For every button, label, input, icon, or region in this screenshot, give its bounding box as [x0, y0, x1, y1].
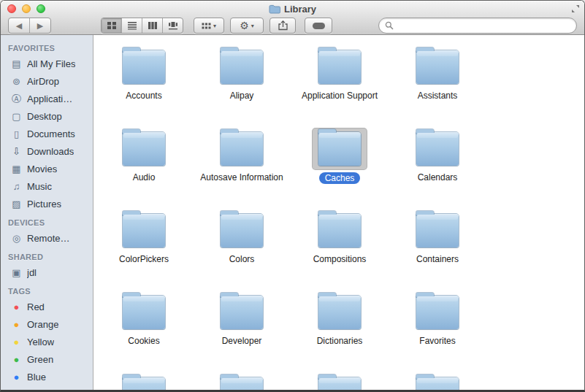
folder-calendars[interactable]: Calendars — [389, 118, 486, 200]
folder-icon-box — [117, 128, 171, 169]
folder-label-wrap: Accounts — [126, 91, 161, 101]
sidebar-item-red[interactable]: ●Red — [1, 298, 93, 315]
airdrop-icon: ⊚ — [10, 77, 23, 86]
tag-red-icon: ● — [10, 302, 23, 312]
folder-partial[interactable] — [193, 364, 291, 390]
folder-icon — [318, 132, 361, 166]
folder-partial[interactable] — [291, 364, 389, 390]
folder-containers[interactable]: Containers — [389, 200, 486, 282]
folder-cookies[interactable]: Cookies — [95, 282, 193, 364]
sidebar-item-label: Documents — [27, 128, 75, 139]
view-mode-control — [101, 18, 183, 34]
folder-icon — [416, 132, 459, 166]
documents-icon: ▯ — [10, 129, 23, 139]
arrange-icon — [202, 23, 211, 29]
folder-icon-box — [313, 292, 367, 333]
sidebar-item-documents[interactable]: ▯Documents — [1, 125, 93, 142]
folder-accounts[interactable]: Accounts — [95, 36, 193, 118]
sidebar-item-airdrop[interactable]: ⊚AirDrop — [1, 72, 93, 90]
share-button[interactable] — [269, 18, 296, 34]
folder-icon — [318, 296, 361, 329]
folder-alipay[interactable]: Alipay — [193, 36, 291, 118]
folder-icon-box — [117, 292, 171, 333]
chevron-down-icon: ▾ — [251, 23, 254, 29]
folder-icon-box — [215, 292, 269, 333]
list-view-button[interactable] — [121, 18, 142, 33]
folder-dictionaries[interactable]: Dictionaries — [291, 282, 389, 364]
folder-icon-box — [215, 128, 269, 169]
folder-icon-box — [117, 210, 171, 251]
sidebar-item-music[interactable]: ♫Music — [1, 177, 93, 195]
folder-label-wrap: Favorites — [419, 336, 455, 346]
folder-caches[interactable]: Caches — [291, 118, 389, 200]
folder-label: Alipay — [230, 91, 254, 101]
sidebar-item-label: jdl — [27, 267, 37, 278]
file-grid: AccountsAlipayApplication SupportAssista… — [93, 35, 584, 390]
folder-icon-box — [215, 47, 269, 88]
folder-proxy-icon[interactable] — [269, 4, 280, 14]
chevron-down-icon: ▾ — [213, 23, 216, 29]
zoom-button[interactable] — [37, 4, 45, 13]
folder-developer[interactable]: Developer — [193, 282, 291, 364]
sidebar-item-orange[interactable]: ●Orange — [1, 315, 93, 333]
sidebar-item-applicati[interactable]: ⒶApplicati… — [1, 90, 93, 107]
sidebar-item-label: Applicati… — [27, 93, 72, 104]
folder-label-wrap: Colors — [229, 254, 255, 264]
sidebar-item-all-my-files[interactable]: ▤All My Files — [1, 55, 93, 72]
sidebar-item-yellow[interactable]: ●Yellow — [1, 333, 93, 350]
folder-icon — [318, 214, 361, 247]
back-button[interactable]: ◀ — [9, 18, 29, 33]
sidebar-item-label: Red — [27, 301, 45, 312]
folder-label-wrap: Calendars — [418, 172, 458, 182]
folder-application-support[interactable]: Application Support — [291, 36, 389, 118]
folder-partial[interactable] — [95, 364, 193, 390]
folder-partial[interactable] — [389, 364, 486, 390]
folder-icon — [416, 50, 459, 84]
titlebar[interactable]: Library — [1, 1, 584, 17]
folder-icon-box — [410, 128, 464, 169]
folder-compositions[interactable]: Compositions — [291, 200, 389, 282]
close-button[interactable] — [7, 4, 16, 13]
minimize-button[interactable] — [22, 4, 31, 13]
icon-view-button[interactable] — [102, 18, 121, 33]
search-field[interactable] — [378, 18, 577, 34]
forward-button[interactable]: ▶ — [29, 18, 50, 33]
coverflow-view-button[interactable] — [162, 18, 183, 33]
action-button[interactable]: ⚙ ▾ — [230, 18, 264, 34]
sidebar-section-devices: DEVICES — [1, 212, 93, 229]
coverflow-view-icon — [168, 21, 178, 30]
folder-icon — [123, 132, 165, 166]
sidebar-item-jdl[interactable]: ▣jdl — [1, 264, 93, 281]
sidebar: FAVORITES▤All My Files⊚AirDropⒶApplicati… — [1, 35, 93, 390]
sidebar-item-desktop[interactable]: ▢Desktop — [1, 107, 93, 125]
edit-tags-button[interactable] — [305, 18, 332, 34]
folder-label-wrap: ColorPickers — [119, 254, 169, 264]
folder-autosave-information[interactable]: Autosave Information — [193, 118, 291, 200]
folder-favorites[interactable]: Favorites — [389, 282, 486, 364]
folder-label-wrap: Dictionaries — [317, 336, 363, 346]
search-input[interactable] — [397, 18, 570, 33]
sidebar-item-downloads[interactable]: ⇩Downloads — [1, 142, 93, 160]
arrange-button[interactable]: ▾ — [194, 18, 224, 34]
fullscreen-icon[interactable] — [571, 4, 580, 13]
folder-icon-box — [313, 47, 367, 88]
column-view-button[interactable] — [142, 18, 162, 33]
folder-icon — [416, 296, 459, 329]
tag-green-icon: ● — [10, 355, 23, 364]
downloads-icon: ⇩ — [10, 147, 23, 156]
folder-audio[interactable]: Audio — [95, 118, 193, 200]
folder-assistants[interactable]: Assistants — [389, 36, 486, 118]
sidebar-item-movies[interactable]: ▦Movies — [1, 160, 93, 177]
folder-icon-box — [410, 292, 464, 333]
folder-colors[interactable]: Colors — [193, 200, 291, 282]
sidebar-item-pictures[interactable]: ▨Pictures — [1, 195, 93, 212]
sidebar-item-blue[interactable]: ●Blue — [1, 368, 93, 385]
sidebar-item-remote[interactable]: ◎Remote… — [1, 229, 93, 247]
folder-colorpickers[interactable]: ColorPickers — [95, 200, 193, 282]
folder-label-wrap: Assistants — [418, 91, 458, 101]
gear-icon: ⚙ — [240, 20, 249, 31]
folder-icon — [221, 296, 263, 329]
sidebar-item-green[interactable]: ●Green — [1, 350, 93, 368]
music-icon: ♫ — [10, 182, 23, 191]
folder-icon-box — [410, 47, 464, 88]
